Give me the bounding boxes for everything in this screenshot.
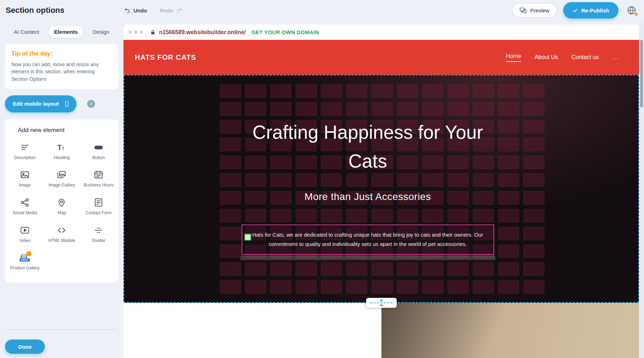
window-dot xyxy=(140,31,143,34)
resize-arrow-up-icon xyxy=(380,304,383,306)
hero-paragraph-text[interactable]: Hats for Cats, we are dedicated to craft… xyxy=(252,230,484,249)
edit-mobile-label: Edit mobile layout xyxy=(13,101,59,107)
element-video[interactable]: Video xyxy=(6,225,43,244)
element-html-module[interactable]: HTML Module xyxy=(43,225,80,244)
description-icon xyxy=(20,142,30,155)
topbar-actions: Preview Re-Publish xyxy=(512,2,638,19)
tab-design[interactable]: Design xyxy=(88,26,115,38)
element-image-gallery[interactable]: Image Gallery xyxy=(43,170,80,188)
element-social-media[interactable]: Social Media xyxy=(6,198,43,216)
page-title: Section options xyxy=(6,6,64,15)
heading-icon: Tt xyxy=(57,142,67,155)
nav-contact-us[interactable]: Contact us xyxy=(571,54,598,60)
preview-label: Preview xyxy=(530,7,549,14)
hero-title[interactable]: Crafting Happiness for Your Cats xyxy=(250,118,485,175)
redo-button[interactable]: Redo xyxy=(160,7,183,14)
pavement-photo xyxy=(381,303,639,358)
redo-label: Redo xyxy=(160,7,173,14)
sidebar: AI Content Elements Design Tip of the da… xyxy=(0,21,123,358)
editor-canvas: n1566589.websitebuilder.online/ GET YOUR… xyxy=(123,21,639,358)
undo-icon xyxy=(124,7,131,14)
tab-ai-content[interactable]: AI Content xyxy=(9,26,44,38)
tip-title: Tip of the day: xyxy=(11,50,112,57)
phone-icon xyxy=(64,101,70,107)
element-contact-form[interactable]: Contact Form xyxy=(80,198,117,216)
redo-icon xyxy=(176,7,183,14)
add-element-card: Add new element Description Tt Heading B… xyxy=(5,120,118,283)
contact-form-icon xyxy=(94,198,104,210)
upgrade-badge-icon: ↑ xyxy=(26,251,31,256)
topbar: Section options Undo Redo Preview Re-Pub xyxy=(0,0,644,21)
vertical-scrollbar[interactable] xyxy=(639,21,644,358)
sidebar-tabs: AI Content Elements Design xyxy=(0,21,123,44)
site-header: HATS FOR CATS Home About Us Contact us .… xyxy=(123,40,639,75)
html-module-icon xyxy=(57,225,67,238)
section-resize-handle[interactable] xyxy=(366,298,397,308)
button-icon xyxy=(94,142,104,155)
nav-more-button[interactable]: ... xyxy=(612,54,619,60)
get-domain-link[interactable]: GET YOUR OWN DOMAIN xyxy=(252,29,319,35)
browser-chrome: n1566589.websitebuilder.online/ GET YOUR… xyxy=(123,25,639,40)
preview-button[interactable]: Preview xyxy=(512,3,556,17)
notification-dot xyxy=(635,13,638,16)
svg-text:T: T xyxy=(58,143,62,151)
republish-button[interactable]: Re-Publish xyxy=(563,2,618,19)
check-icon xyxy=(572,8,578,13)
element-button[interactable]: Button xyxy=(80,142,117,161)
hero-paragraph-selected[interactable]: Hats for Cats, we are dedicated to craft… xyxy=(242,225,494,255)
element-product-gallery[interactable]: SHOP ↑ Product Gallery xyxy=(6,253,43,271)
undo-label: Undo xyxy=(133,7,147,14)
shop-badge: SHOP xyxy=(20,258,30,262)
hero-section[interactable]: Crafting Happiness for Your Cats More th… xyxy=(123,75,639,303)
map-icon xyxy=(57,198,67,210)
window-controls xyxy=(128,31,143,34)
element-map[interactable]: Map xyxy=(43,198,80,216)
hero-subtitle[interactable]: More than Just Accessories xyxy=(305,191,431,202)
tip-card: Tip of the day: Now you can add, move an… xyxy=(5,44,118,89)
hero-content: Crafting Happiness for Your Cats More th… xyxy=(123,75,639,303)
resize-arrow-down-icon xyxy=(380,300,383,302)
scrollbar-thumb[interactable] xyxy=(640,40,643,107)
element-divider[interactable]: Divider xyxy=(80,225,117,244)
site-logo[interactable]: HATS FOR CATS xyxy=(135,53,196,62)
nav-home[interactable]: Home xyxy=(506,53,521,62)
site-preview: HATS FOR CATS Home About Us Contact us .… xyxy=(123,40,639,358)
tip-body: Now you can add, move and resize any ele… xyxy=(11,61,112,83)
element-heading[interactable]: Tt Heading xyxy=(43,142,80,161)
language-globe-button[interactable] xyxy=(625,4,638,17)
sidebar-divider xyxy=(5,330,116,330)
window-dot xyxy=(128,31,132,34)
image-gallery-icon xyxy=(57,170,67,183)
resize-dash-line xyxy=(370,302,392,303)
element-business-hours[interactable]: Business Hours xyxy=(80,170,117,188)
element-grid: Description Tt Heading Button Image xyxy=(6,142,117,280)
nav-about-us[interactable]: About Us xyxy=(534,54,558,60)
window-dot xyxy=(134,31,137,34)
info-icon[interactable]: i xyxy=(87,100,95,108)
add-element-title: Add new element xyxy=(6,127,117,134)
image-icon xyxy=(20,170,30,183)
done-button[interactable]: Done xyxy=(5,339,45,354)
element-image[interactable]: Image xyxy=(6,170,43,188)
undo-button[interactable]: Undo xyxy=(124,7,147,14)
lock-icon xyxy=(150,30,155,35)
history-controls: Undo Redo xyxy=(124,7,183,14)
svg-text:t: t xyxy=(63,145,64,151)
next-section[interactable] xyxy=(123,303,639,358)
mobile-layout-row: Edit mobile layout i xyxy=(5,95,118,112)
social-media-icon xyxy=(20,198,30,210)
site-url: n1566589.websitebuilder.online/ xyxy=(159,29,246,36)
site-nav: Home About Us Contact us ... xyxy=(506,53,619,62)
tab-elements[interactable]: Elements xyxy=(49,26,83,38)
business-hours-icon xyxy=(94,170,104,183)
product-gallery-icon: SHOP ↑ xyxy=(19,253,31,263)
element-description[interactable]: Description xyxy=(6,142,43,161)
devices-icon xyxy=(519,7,527,14)
edit-mobile-layout-button[interactable]: Edit mobile layout xyxy=(5,95,76,112)
element-hover-ghost xyxy=(241,256,495,260)
element-drag-handle[interactable] xyxy=(244,234,251,241)
divider-icon xyxy=(94,225,104,238)
video-icon xyxy=(20,225,30,238)
republish-label: Re-Publish xyxy=(581,7,609,14)
